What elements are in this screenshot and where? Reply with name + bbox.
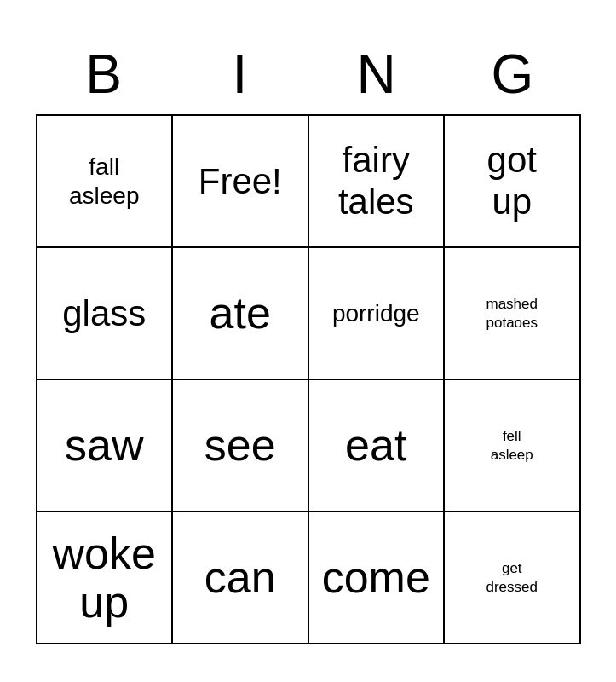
bingo-grid: fall asleep Free! fairy tales got up gla… [36,114,581,644]
cell-text-1-3: mashed potaoes [486,295,538,332]
cell-0-3: got up [445,116,581,248]
cell-text-0-0: fall asleep [69,153,140,210]
cell-1-3: mashed potaoes [445,248,581,380]
cell-text-2-3: fell asleep [491,427,533,465]
cell-1-1: ate [173,248,309,380]
cell-text-3-3: get dressed [486,559,538,597]
cell-2-0: saw [37,380,174,512]
cell-text-3-2: come [322,553,430,602]
cell-0-2: fairy tales [309,116,446,248]
cell-text-2-1: see [204,421,276,470]
cell-text-2-2: eat [345,421,406,470]
cell-2-3: fell asleep [445,380,581,512]
letter-b: B [36,38,172,111]
cell-text-1-1: ate [210,289,271,338]
letter-n: N [308,38,445,111]
cell-text-0-3: got up [487,140,537,223]
cell-text-0-2: fairy tales [338,140,414,223]
cell-2-1: see [173,380,309,512]
cell-3-3: get dressed [445,512,581,644]
bingo-header: B I N G [36,38,581,111]
cell-0-1: Free! [173,116,309,248]
cell-1-2: porridge [309,248,446,380]
cell-0-0: fall asleep [37,116,174,248]
cell-text-3-1: can [204,553,276,602]
cell-2-2: eat [309,380,446,512]
cell-text-3-0: woke up [53,529,156,627]
cell-text-1-0: glass [62,293,146,334]
cell-3-0: woke up [37,512,174,644]
letter-g: G [445,38,581,111]
cell-3-2: come [309,512,446,644]
cell-text-0-1: Free! [199,161,282,202]
cell-text-2-0: saw [65,421,143,470]
cell-1-0: glass [37,248,174,380]
cell-text-1-2: porridge [332,299,420,328]
letter-i: I [172,38,308,111]
cell-3-1: can [173,512,309,644]
bingo-card: B I N G fall asleep Free! fairy tales go… [36,38,581,644]
